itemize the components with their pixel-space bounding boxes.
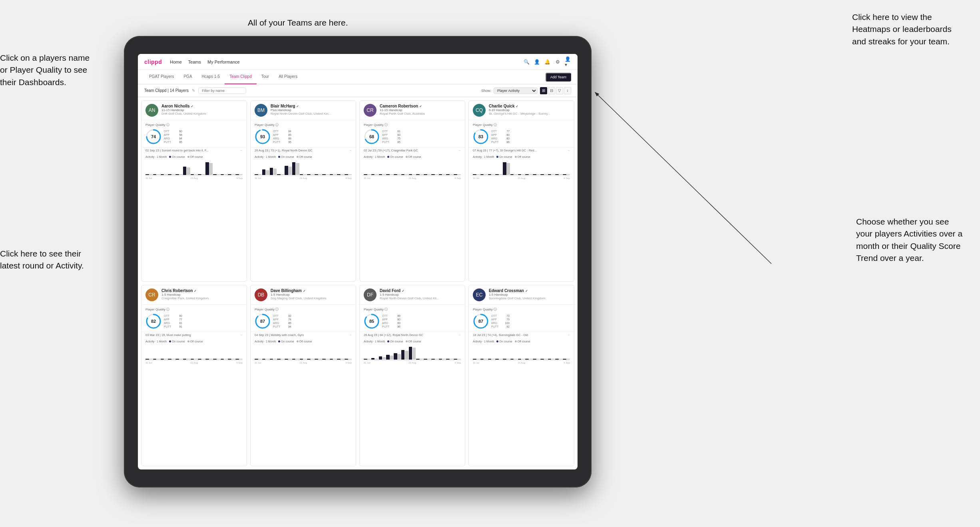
- tab-pgat[interactable]: PGAT Players: [144, 70, 179, 84]
- tab-pga[interactable]: PGA: [179, 70, 197, 84]
- putt-label: PUTT: [273, 325, 283, 328]
- bar-on-course: [228, 359, 231, 360]
- tab-tour[interactable]: Tour: [257, 70, 274, 84]
- player-name[interactable]: Aaron Nicholls ✓: [161, 104, 243, 108]
- ott-row: OTT 61: [382, 130, 400, 133]
- player-name[interactable]: Blair McHarg ✓: [271, 104, 352, 108]
- app-row: APP 85: [273, 133, 291, 136]
- arg-value: 85: [285, 322, 291, 324]
- sort-icon[interactable]: ↕: [564, 87, 571, 94]
- arg-value: 88: [285, 137, 291, 140]
- quality-circle[interactable]: 93: [255, 129, 271, 145]
- player-info: Cameron Robertson ✓ 11-15 Handicap Royal…: [380, 104, 461, 115]
- nav-performance[interactable]: My Performance: [207, 60, 240, 64]
- bar-off-course: [412, 174, 416, 175]
- round-text: 04 Sep 23 | Mobility with coach, Gym: [255, 333, 347, 337]
- quality-circle[interactable]: 74: [145, 129, 161, 145]
- tab-hcaps[interactable]: Hcaps 1-5: [197, 70, 225, 84]
- ott-row: OTT 60: [164, 130, 182, 133]
- quality-circle[interactable]: 87: [255, 313, 271, 329]
- putt-value: 92: [503, 325, 510, 328]
- user-menu-icon[interactable]: 👤▾: [565, 59, 571, 65]
- ott-row: OTT 77: [491, 130, 510, 133]
- chart-bar-group: [401, 350, 408, 360]
- bar-off-course: [397, 354, 401, 360]
- chart-bar-group: [473, 174, 480, 175]
- grid-view-icon[interactable]: ⊞: [540, 87, 547, 94]
- chart-bars: [255, 159, 352, 176]
- app-label: APP: [273, 318, 283, 321]
- player-card[interactable]: EC Edward Crossman ✓ 1-5 Handicap Sunnin…: [468, 285, 574, 466]
- list-view-icon[interactable]: ⊟: [548, 87, 555, 94]
- tab-all-players[interactable]: All Players: [274, 70, 302, 84]
- player-info: Charlie Quick ✓ 6-10 Handicap St. George…: [489, 104, 570, 115]
- bar-off-course: [224, 359, 228, 360]
- chart-bar-group: [322, 359, 329, 360]
- round-arrow[interactable]: →: [239, 333, 243, 337]
- avatar: DB: [255, 288, 267, 301]
- player-name[interactable]: Charlie Quick ✓: [489, 104, 570, 108]
- top-nav: clippd Home Teams My Performance 🔍 👤 🔔 ⚙…: [138, 54, 578, 70]
- bar-off-course: [559, 174, 563, 175]
- bar-on-course: [518, 359, 522, 360]
- date-mid: 21 Aug: [518, 362, 525, 364]
- round-arrow[interactable]: →: [349, 333, 352, 337]
- bar-off-course: [405, 351, 408, 360]
- quality-circle[interactable]: 83: [473, 129, 489, 145]
- bar-off-course: [442, 174, 446, 175]
- player-card[interactable]: CR Chris Robertson ✓ 1-5 Handicap Craigm…: [141, 285, 247, 466]
- player-card[interactable]: BM Blair McHarg ✓ Plus Handicap Royal No…: [250, 100, 356, 282]
- chart-bars: [145, 344, 243, 361]
- add-team-button[interactable]: Add Team: [546, 73, 571, 82]
- ott-label: OTT: [273, 314, 283, 317]
- quality-circle[interactable]: 87: [473, 313, 489, 329]
- edit-icon[interactable]: ✎: [192, 88, 195, 93]
- nav-teams[interactable]: Teams: [188, 60, 201, 64]
- player-card[interactable]: CQ Charlie Quick ✓ 6-10 Handicap St. Geo…: [468, 100, 574, 282]
- bar-on-course: [153, 359, 157, 360]
- profile-icon[interactable]: 👤: [534, 59, 540, 65]
- bar-off-course: [514, 174, 518, 175]
- filter-icon[interactable]: ▽: [556, 87, 563, 94]
- round-arrow[interactable]: →: [567, 333, 570, 337]
- settings-icon[interactable]: ⚙: [554, 59, 561, 65]
- quality-circle[interactable]: 85: [364, 313, 380, 329]
- search-icon[interactable]: 🔍: [523, 59, 530, 65]
- round-arrow[interactable]: →: [458, 149, 461, 152]
- bar-off-course: [311, 174, 315, 175]
- round-arrow[interactable]: →: [567, 149, 570, 152]
- player-name[interactable]: Dave Billingham ✓: [271, 288, 352, 293]
- player-name[interactable]: Cameron Robertson ✓: [380, 104, 461, 108]
- filter-input[interactable]: [198, 88, 246, 94]
- player-name[interactable]: Edward Crossman ✓: [489, 288, 570, 293]
- chart-bar-group: [213, 174, 220, 175]
- player-name[interactable]: Chris Robertson ✓: [161, 288, 243, 293]
- round-arrow[interactable]: →: [349, 149, 352, 152]
- chart-bar-group: [235, 359, 243, 360]
- chart-bar-group: [168, 174, 175, 175]
- activity-label: Activity · 1 Month: [145, 155, 167, 158]
- player-card[interactable]: AN Aaron Nicholls ✓ 11-15 Handicap Drift…: [141, 100, 247, 282]
- show-select[interactable]: Player Activity Quality Score Trend: [494, 88, 538, 94]
- round-arrow[interactable]: →: [239, 149, 243, 152]
- putt-value: 95: [285, 141, 291, 143]
- round-arrow[interactable]: →: [458, 333, 461, 337]
- bell-icon[interactable]: 🔔: [544, 59, 550, 65]
- player-card[interactable]: DB Dave Billingham ✓ 1-5 Handicap Sog Ma…: [250, 285, 356, 466]
- quality-circle[interactable]: 82: [145, 313, 161, 329]
- bar-off-course: [303, 359, 307, 360]
- player-card[interactable]: DF David Ford ✓ 1-5 Handicap Royal North…: [359, 285, 465, 466]
- activity-legend: On course Off course: [169, 155, 203, 158]
- player-card[interactable]: CR Cameron Robertson ✓ 11-15 Handicap Ro…: [359, 100, 465, 282]
- on-course-label: On course: [499, 155, 512, 158]
- quality-circle[interactable]: 68: [364, 129, 380, 145]
- ott-row: OTT 89: [382, 314, 400, 317]
- bar-off-course: [187, 167, 190, 175]
- nav-home[interactable]: Home: [170, 60, 181, 64]
- ott-label: OTT: [491, 314, 501, 317]
- date-end: 4 Sep: [236, 177, 243, 179]
- player-name[interactable]: David Ford ✓: [380, 288, 461, 293]
- tab-team-clippd[interactable]: Team Clippd: [225, 70, 257, 84]
- chart-bar-group: [191, 359, 198, 360]
- chart-bar-group: [555, 359, 562, 360]
